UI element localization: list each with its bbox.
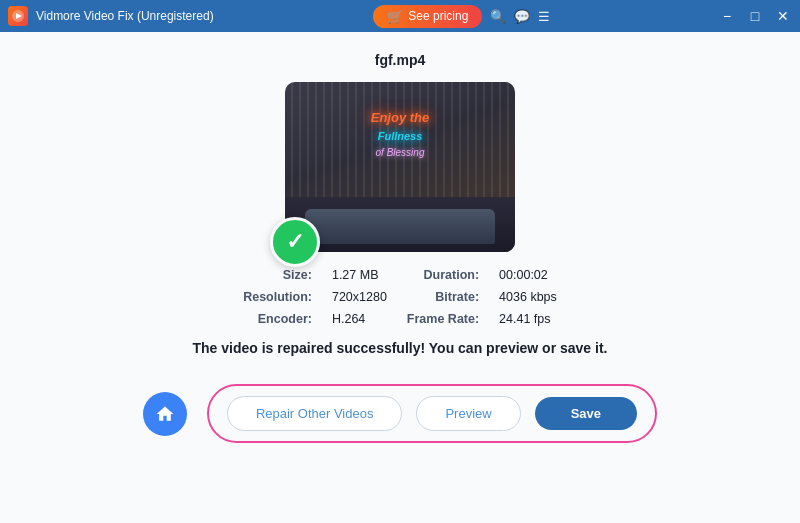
neon-text-3: of Blessing [376, 147, 425, 158]
close-button[interactable]: ✕ [774, 9, 792, 23]
bitrate-value: 4036 kbps [499, 290, 557, 304]
save-button[interactable]: Save [535, 397, 637, 430]
couch-shape [305, 209, 495, 244]
action-buttons-group: Repair Other Videos Preview Save [207, 384, 657, 443]
success-checkmark: ✓ [270, 217, 320, 267]
resolution-value: 720x1280 [332, 290, 387, 304]
framerate-value: 24.41 fps [499, 312, 557, 326]
check-icon: ✓ [286, 231, 304, 253]
menu-icon[interactable]: ☰ [538, 9, 550, 24]
preview-button[interactable]: Preview [416, 396, 520, 431]
window-controls: − □ ✕ [718, 9, 792, 23]
resolution-label: Resolution: [243, 290, 312, 304]
size-label: Size: [243, 268, 312, 282]
encoder-label: Encoder: [243, 312, 312, 326]
chat-icon[interactable]: 💬 [514, 9, 530, 24]
main-content: fgf.mp4 Enjoy the Fullness of Blessing ✓… [0, 32, 800, 523]
see-pricing-button[interactable]: 🛒 See pricing [373, 5, 482, 28]
home-button[interactable] [143, 392, 187, 436]
title-bar: Vidmore Video Fix (Unregistered) 🛒 See p… [0, 0, 800, 32]
repair-other-button[interactable]: Repair Other Videos [227, 396, 403, 431]
bottom-bar: Repair Other Videos Preview Save [20, 372, 780, 455]
size-value: 1.27 MB [332, 268, 387, 282]
video-thumbnail: Enjoy the Fullness of Blessing [285, 82, 515, 252]
neon-text-2: Fullness [378, 130, 423, 142]
see-pricing-label: See pricing [408, 9, 468, 23]
success-message: The video is repaired successfully! You … [193, 340, 608, 356]
video-info-grid: Size: 1.27 MB Duration: 00:00:02 Resolut… [243, 268, 557, 326]
framerate-label: Frame Rate: [407, 312, 479, 326]
duration-label: Duration: [407, 268, 479, 282]
home-icon [155, 404, 175, 424]
app-logo [8, 6, 28, 26]
neon-text-1: Enjoy the [371, 110, 430, 125]
title-bar-center: 🛒 See pricing 🔍 💬 ☰ [373, 5, 550, 28]
video-filename: fgf.mp4 [375, 52, 426, 68]
minimize-button[interactable]: − [718, 9, 736, 23]
duration-value: 00:00:02 [499, 268, 557, 282]
video-thumbnail-wrapper: Enjoy the Fullness of Blessing ✓ [285, 82, 515, 252]
title-bar-left: Vidmore Video Fix (Unregistered) [8, 6, 214, 26]
maximize-button[interactable]: □ [746, 9, 764, 23]
bitrate-label: Bitrate: [407, 290, 479, 304]
search-icon[interactable]: 🔍 [490, 9, 506, 24]
encoder-value: H.264 [332, 312, 387, 326]
cart-icon: 🛒 [387, 9, 403, 24]
app-title: Vidmore Video Fix (Unregistered) [36, 9, 214, 23]
